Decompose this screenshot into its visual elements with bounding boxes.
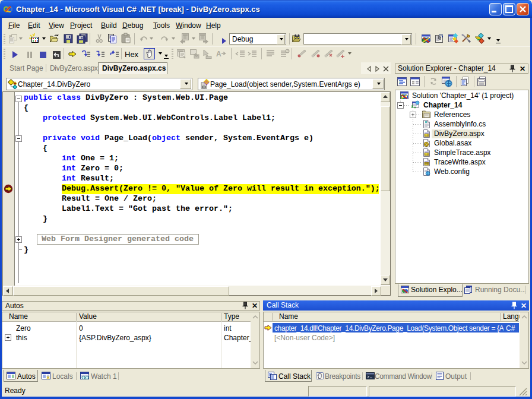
svg-text:A: A bbox=[216, 50, 221, 58]
